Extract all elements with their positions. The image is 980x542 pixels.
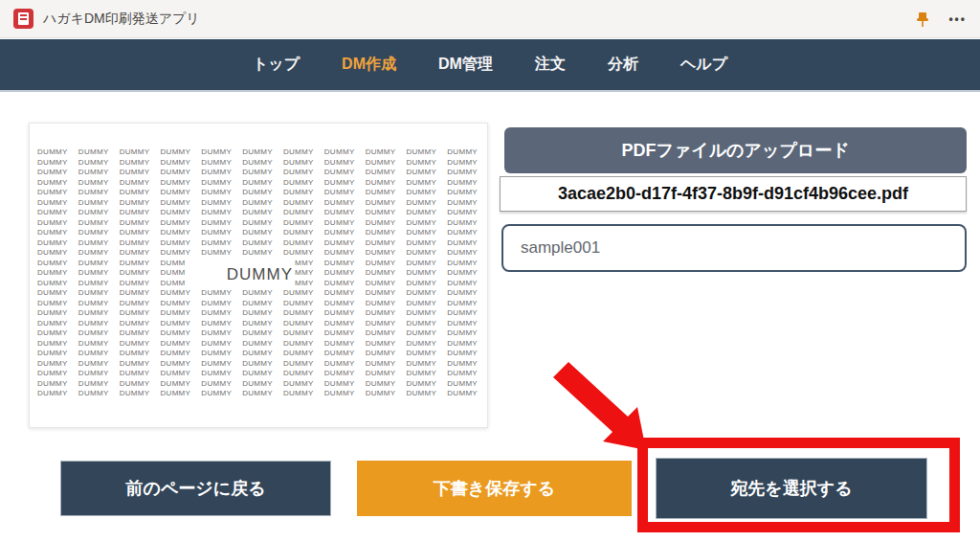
app-window: ハガキDM印刷発送アプリ ••• トップ DM作成 DM管理 注文 分析 ヘルプ…	[0, 0, 980, 542]
nav-item-dm-manage[interactable]: DM管理	[438, 55, 493, 75]
main-nav: トップ DM作成 DM管理 注文 分析 ヘルプ	[0, 39, 980, 92]
back-button[interactable]: 前のページに戻る	[60, 461, 331, 516]
more-menu-icon[interactable]: •••	[948, 12, 967, 26]
highlight-arrow-icon	[553, 362, 655, 454]
uploaded-filename: 3acae2b0-d17f-4f37-8b9f-d91cf4b96cee.pdf	[500, 176, 967, 212]
nav-item-help[interactable]: ヘルプ	[680, 55, 727, 75]
pdf-upload-button[interactable]: PDFファイルのアップロード	[504, 127, 967, 173]
dm-name-input[interactable]	[501, 224, 967, 272]
select-recipient-button[interactable]: 宛先を選択する	[656, 458, 927, 519]
pin-icon[interactable]	[912, 9, 933, 30]
save-draft-button[interactable]: 下書き保存する	[357, 461, 632, 516]
dummy-watermark: DUMMY	[186, 260, 295, 289]
nav-item-analysis[interactable]: 分析	[608, 55, 638, 75]
nav-item-dm-create[interactable]: DM作成	[342, 55, 396, 75]
app-icon	[13, 9, 33, 29]
pdf-preview: DUMMYDUMMYDUMMYDUMMYDUMMYDUMMYDUMMYDUMMY…	[29, 123, 488, 428]
nav-item-order[interactable]: 注文	[535, 55, 566, 75]
title-bar: ハガキDM印刷発送アプリ •••	[0, 0, 980, 38]
nav-item-top[interactable]: トップ	[253, 55, 300, 75]
app-title: ハガキDM印刷発送アプリ	[43, 11, 200, 28]
